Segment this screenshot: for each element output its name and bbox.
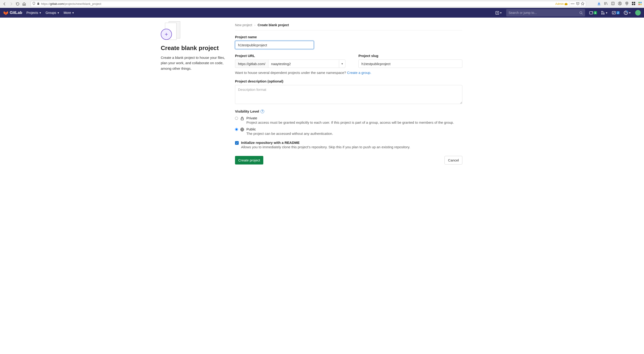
svg-rect-12 bbox=[638, 4, 640, 5]
reader-icon[interactable] bbox=[611, 1, 615, 6]
project-name-input[interactable] bbox=[235, 41, 314, 49]
search-icon bbox=[579, 11, 583, 14]
project-namespace-select[interactable]: naaytesting2 bbox=[268, 59, 339, 68]
project-description-input[interactable] bbox=[235, 85, 462, 104]
address-bar[interactable]: https://gitlab.com/projects/new#blank_pr… bbox=[30, 1, 586, 7]
issues-link[interactable]: 1 bbox=[589, 11, 597, 14]
shield-icon bbox=[32, 2, 36, 6]
back-button[interactable] bbox=[2, 1, 7, 6]
svg-rect-10 bbox=[638, 2, 640, 3]
breadcrumb-current: Create blank project bbox=[258, 23, 289, 27]
page-title: Create blank project bbox=[161, 44, 230, 52]
readme-title: Initialize repository with a README bbox=[241, 141, 300, 145]
svg-rect-11 bbox=[640, 2, 642, 3]
url-text: https://gitlab.com/projects/new#blank_pr… bbox=[41, 2, 554, 5]
visibility-public-title: Public bbox=[246, 127, 256, 131]
help-menu[interactable]: ? ▼ bbox=[624, 11, 631, 15]
page-description: Create a blank project to house your fil… bbox=[161, 55, 230, 71]
nav-groups[interactable]: Groups▼ bbox=[46, 11, 60, 14]
visibility-private-option[interactable]: Private Project access must be granted e… bbox=[235, 116, 462, 124]
merge-requests-link[interactable]: ▼ bbox=[601, 11, 608, 14]
globe-icon bbox=[240, 128, 244, 132]
svg-rect-9 bbox=[634, 4, 635, 5]
new-plus-menu[interactable]: ▼ bbox=[496, 11, 502, 14]
project-slug-label: Project slug bbox=[358, 54, 462, 58]
ublock-icon[interactable] bbox=[625, 1, 629, 6]
lock-icon bbox=[37, 2, 40, 5]
svg-point-4 bbox=[620, 2, 620, 4]
nav-more[interactable]: More▼ bbox=[64, 11, 74, 14]
brand-text: GitLab bbox=[10, 10, 22, 15]
reload-button[interactable] bbox=[15, 1, 20, 6]
svg-point-5 bbox=[626, 3, 628, 4]
project-url-label: Project URL bbox=[235, 54, 346, 58]
search-box[interactable] bbox=[506, 9, 585, 16]
create-project-button[interactable]: Create project bbox=[235, 156, 263, 165]
visibility-public-radio[interactable] bbox=[235, 128, 238, 131]
chevron-down-icon: ▼ bbox=[606, 11, 608, 14]
forward-button[interactable] bbox=[9, 1, 14, 6]
search-input[interactable] bbox=[508, 11, 578, 14]
svg-rect-6 bbox=[632, 2, 633, 3]
svg-point-19 bbox=[604, 13, 604, 14]
svg-rect-1 bbox=[565, 3, 568, 5]
chevron-down-icon: ▼ bbox=[629, 11, 631, 14]
svg-point-17 bbox=[602, 11, 602, 12]
namespace-hint: Want to house several dependent projects… bbox=[235, 71, 462, 75]
svg-rect-7 bbox=[634, 2, 635, 3]
project-slug-input[interactable] bbox=[358, 59, 462, 68]
pocket-icon[interactable] bbox=[576, 2, 580, 6]
chevron-down-icon: ▼ bbox=[341, 63, 343, 65]
project-url-prefix: https://gitlab.com/ bbox=[235, 59, 268, 68]
extension-icon[interactable] bbox=[638, 2, 642, 6]
readme-desc: Allows you to immediately clone this pro… bbox=[241, 145, 410, 149]
star-icon[interactable] bbox=[581, 2, 584, 6]
help-icon: ? bbox=[624, 11, 628, 15]
lock-icon bbox=[240, 117, 244, 121]
visibility-private-title: Private bbox=[246, 116, 257, 120]
svg-rect-0 bbox=[37, 3, 39, 5]
todos-count-badge: 2 bbox=[616, 11, 620, 14]
grid-icon[interactable] bbox=[632, 2, 635, 6]
todos-link[interactable]: 2 bbox=[612, 11, 620, 14]
browser-toolbar: https://gitlab.com/projects/new#blank_pr… bbox=[0, 0, 644, 8]
library-icon[interactable] bbox=[604, 1, 608, 6]
readme-option[interactable]: ✓ Initialize repository with a README Al… bbox=[235, 141, 462, 149]
blank-project-icon: + bbox=[161, 21, 230, 40]
svg-point-18 bbox=[602, 13, 602, 14]
chevron-right-icon: › bbox=[254, 24, 256, 26]
visibility-private-radio[interactable] bbox=[235, 117, 238, 120]
visibility-private-desc: Project access must be granted explicitl… bbox=[246, 121, 454, 124]
plus-icon: + bbox=[161, 29, 172, 40]
download-icon[interactable] bbox=[597, 1, 601, 6]
namespace-dropdown-toggle[interactable]: ▼ bbox=[339, 59, 346, 68]
breadcrumb-parent[interactable]: New project bbox=[235, 23, 252, 27]
project-description-label: Project description (optional) bbox=[235, 79, 462, 83]
chevron-down-icon: ▼ bbox=[39, 11, 41, 14]
home-button[interactable] bbox=[22, 1, 26, 6]
svg-rect-8 bbox=[632, 4, 633, 5]
chevron-down-icon: ▼ bbox=[500, 11, 502, 14]
nav-projects[interactable]: Projects▼ bbox=[26, 11, 41, 14]
help-icon[interactable]: ? bbox=[260, 110, 264, 113]
account-icon[interactable] bbox=[618, 1, 622, 6]
chevron-down-icon: ▼ bbox=[72, 11, 74, 14]
readme-checkbox[interactable]: ✓ bbox=[235, 141, 239, 145]
visibility-public-option[interactable]: Public The project can be accessed witho… bbox=[235, 127, 462, 136]
breadcrumb: New project › Create blank project bbox=[235, 21, 462, 30]
project-name-label: Project name bbox=[235, 35, 462, 39]
svg-rect-21 bbox=[241, 118, 243, 120]
cancel-button[interactable]: Cancel bbox=[444, 156, 462, 165]
meatball-icon[interactable]: ••• bbox=[571, 2, 575, 5]
gitlab-logo[interactable]: GitLab bbox=[3, 10, 22, 15]
visibility-label: Visibility Level bbox=[235, 109, 259, 113]
issues-count-badge: 1 bbox=[594, 11, 597, 14]
create-group-link[interactable]: Create a group. bbox=[347, 71, 371, 75]
browser-extensions bbox=[597, 1, 642, 6]
svg-rect-13 bbox=[640, 4, 642, 5]
user-avatar[interactable] bbox=[635, 10, 641, 15]
admin-badge: Admin bbox=[555, 2, 568, 5]
separator bbox=[569, 2, 569, 6]
chevron-down-icon: ▼ bbox=[57, 11, 60, 14]
visibility-public-desc: The project can be accessed without any … bbox=[246, 132, 333, 136]
